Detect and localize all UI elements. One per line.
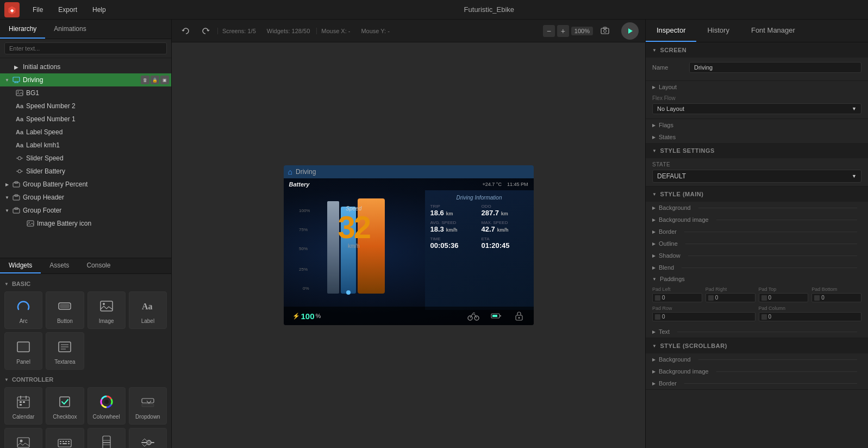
pad-top-input[interactable]: 0 [759,293,809,302]
tree-item-speed-num1[interactable]: Aa Speed Number 1 [0,113,171,126]
widget-arc[interactable]: Arc [4,291,42,329]
text-header[interactable]: Text [646,326,868,338]
tree-item-label-kmh1[interactable]: Aa Label kmh1 [0,139,171,152]
widget-image[interactable]: Image [88,291,126,329]
pad-left-input[interactable]: 0 [652,293,702,302]
pad-right-input[interactable]: 0 [705,293,755,302]
border-header[interactable]: Border [646,226,868,238]
tree-item-slider-battery[interactable]: Slider Battery [0,165,171,178]
svg-rect-47 [60,441,61,442]
tab-assets[interactable]: Assets [41,258,78,273]
screenshot-button[interactable] [597,23,613,39]
pad-bottom-input[interactable]: 0 [811,293,861,302]
tree-item-image-battery[interactable]: Image Battery icon [0,217,171,230]
basic-section-header[interactable]: BASIC [4,281,167,287]
tab-animations[interactable]: Animations [45,20,95,39]
widget-dropdown[interactable]: Dropdown [129,387,167,425]
style-scrollbar-header[interactable]: STYLE (SCROLLBAR) [646,338,868,353]
zoom-out-button[interactable]: − [543,25,555,37]
pad-checkbox[interactable] [708,295,714,301]
blend-header[interactable]: Blend [646,262,868,273]
layout-header[interactable]: Layout [646,81,868,93]
scrollbar-background-header[interactable]: Background [646,353,868,365]
svg-rect-36 [20,401,22,403]
screen-section-header[interactable]: SCREEN [646,42,868,58]
widget-roller[interactable]: Roller [88,428,126,448]
widget-slider[interactable]: Slider [129,428,167,448]
tab-console[interactable]: Console [78,258,119,273]
paddings-header[interactable]: Paddings [652,273,861,284]
controller-section-header[interactable]: CONTROLLER [4,376,167,383]
tree-item-driving[interactable]: Driving 🗑 🔒 ▣ [0,73,171,86]
screen-name: Driving [296,168,316,176]
state-select[interactable]: DEFAULT ▼ [652,170,861,183]
tree-item-bg1[interactable]: BG1 [0,86,171,99]
widget-button[interactable]: Button [46,291,84,329]
tab-widgets[interactable]: Widgets [0,258,41,273]
svg-rect-37 [23,401,25,403]
text-icon: Aa [15,128,24,136]
scrollbar-bg-image-header[interactable]: Background image [646,365,868,377]
widget-label[interactable]: Aa Label [129,291,167,329]
top-bar: Battery +24.7 °C 11:45 PM [284,178,534,190]
background-header[interactable]: Background [646,202,868,214]
tree-item-group-header[interactable]: Group Header [0,191,171,204]
canvas-container[interactable]: ⌂ Driving Battery +24.7 °C 11:45 PM [172,42,645,448]
tab-history[interactable]: History [696,20,740,42]
export-menu[interactable]: Export [52,4,84,16]
lock-btn[interactable]: 🔒 [151,76,159,84]
states-header[interactable]: States [646,131,868,143]
style-main-header[interactable]: STYLE (MAIN) [646,186,868,202]
help-menu[interactable]: Help [86,4,113,16]
speed-display: Speed 32 km/h [338,206,370,249]
pad-checkbox[interactable] [761,295,767,301]
redo-button[interactable] [198,23,213,39]
zoom-value[interactable]: 100% [571,27,593,35]
colorwheel-icon [97,392,116,412]
tree-item-speed-num2[interactable]: Aa Speed Number 2 [0,99,171,113]
widget-checkbox[interactable]: Checkbox [46,387,84,425]
pad-column-input[interactable]: 0 [759,312,862,321]
tree-item-initial-actions[interactable]: ▶ Initial actions [0,60,171,73]
flags-header[interactable]: Flags [646,119,868,131]
widget-colorwheel[interactable]: Colorwheel [88,387,126,425]
tree-item-slider-speed[interactable]: Slider Speed [0,152,171,165]
tree-item-group-footer[interactable]: Group Footer [0,204,171,217]
file-menu[interactable]: File [26,4,49,16]
visibility-btn[interactable]: ▣ [160,76,169,84]
scrollbar-border-header[interactable]: Border [646,377,868,389]
pad-checkbox[interactable] [655,314,660,320]
pad-checkbox[interactable] [814,295,820,301]
tree-item-group-battery[interactable]: Group Battery Percent [0,178,171,191]
flex-flow-select[interactable]: No Layout ▼ [652,103,861,114]
outline-header[interactable]: Outline [646,238,868,250]
name-value[interactable]: Driving [689,62,861,73]
divider [682,267,857,268]
chevron-icon [652,217,655,222]
tab-inspector[interactable]: Inspector [646,20,696,42]
delete-btn[interactable]: 🗑 [141,76,149,84]
widget-panel[interactable]: Panel [4,332,42,370]
background-image-header[interactable]: Background image [646,214,868,226]
divider [688,256,857,256]
zoom-in-button[interactable]: + [557,25,569,37]
style-settings-header[interactable]: STYLE SETTINGS [646,143,868,158]
shadow-header[interactable]: Shadow [646,250,868,262]
widget-calendar[interactable]: Calendar [4,387,42,425]
pad-checkbox[interactable] [761,314,767,320]
pad-row-col: Pad Row 0 [652,306,755,321]
tree-item-label-speed[interactable]: Aa Label Speed [0,126,171,139]
widget-textarea[interactable]: Textarea [46,332,84,370]
play-button[interactable] [621,22,639,40]
undo-button[interactable] [178,23,193,39]
hierarchy-search-input[interactable] [4,42,167,54]
widget-imgbutton[interactable]: Imgbutton [4,428,42,448]
tab-hierarchy[interactable]: Hierarchy [0,20,45,39]
stat-odo: ODO 287.7 km [482,204,528,217]
pad-bottom-col: Pad Bottom 0 [811,287,861,302]
pad-checkbox[interactable] [655,295,660,301]
tab-font-manager[interactable]: Font Manager [740,20,806,42]
pad-row-input[interactable]: 0 [652,312,755,321]
widget-keyboard[interactable]: Keyboard [46,428,84,448]
pad-right-value: 0 [715,295,719,301]
